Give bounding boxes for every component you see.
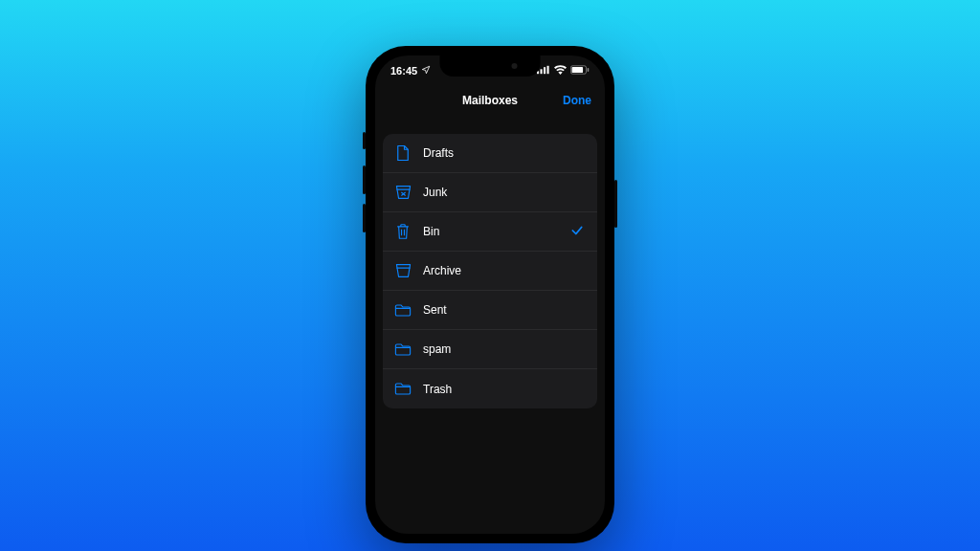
mailbox-label: Drafts — [423, 146, 570, 160]
checkmark-icon — [570, 302, 586, 318]
mailbox-label: Junk — [423, 186, 570, 199]
nav-title: Mailboxes — [462, 94, 518, 107]
mailbox-row[interactable]: Trash — [383, 369, 597, 408]
mailbox-row[interactable]: spam — [383, 330, 597, 369]
mailbox-row[interactable]: Bin — [383, 212, 597, 252]
status-time: 16:45 — [390, 65, 417, 77]
folder-icon — [394, 341, 412, 358]
volume-up-button — [363, 165, 366, 194]
power-button — [614, 180, 617, 228]
battery-icon — [570, 65, 590, 77]
done-button[interactable]: Done — [563, 94, 591, 107]
checkmark-icon — [570, 342, 586, 357]
phone-frame: 16:45 — [366, 46, 614, 543]
wifi-icon — [554, 65, 567, 77]
mailbox-list: Drafts Junk Bin Archive Sent spam Trash — [383, 134, 597, 408]
notch — [440, 55, 541, 77]
mailbox-label: Sent — [423, 303, 570, 317]
mailbox-label: Bin — [423, 225, 570, 238]
location-icon — [421, 65, 431, 77]
mailbox-label: spam — [423, 342, 570, 356]
svg-rect-1 — [541, 69, 543, 74]
mailbox-row[interactable]: Archive — [383, 252, 597, 291]
folder-icon — [394, 381, 412, 398]
mailbox-row[interactable]: Junk — [383, 173, 597, 212]
phone-screen: 16:45 — [375, 55, 605, 534]
mailbox-label: Trash — [423, 383, 570, 396]
mailbox-row[interactable]: Sent — [383, 291, 597, 330]
checkmark-icon — [570, 185, 586, 200]
junk-icon — [394, 184, 412, 201]
archive-icon — [394, 262, 412, 279]
nav-header: Mailboxes Done — [375, 84, 605, 117]
mailbox-label: Archive — [423, 264, 570, 277]
svg-rect-5 — [572, 67, 584, 73]
trash-icon — [394, 223, 412, 240]
svg-rect-6 — [588, 68, 590, 72]
svg-rect-2 — [544, 67, 546, 74]
mailbox-row[interactable]: Drafts — [383, 134, 597, 173]
doc-icon — [394, 144, 412, 162]
volume-down-button — [363, 204, 366, 232]
checkmark-icon — [570, 145, 586, 161]
checkmark-icon — [570, 263, 586, 278]
checkmark-icon — [570, 224, 586, 239]
folder-icon — [394, 301, 412, 319]
svg-rect-3 — [547, 66, 549, 74]
mute-switch — [363, 132, 366, 149]
checkmark-icon — [570, 382, 586, 397]
